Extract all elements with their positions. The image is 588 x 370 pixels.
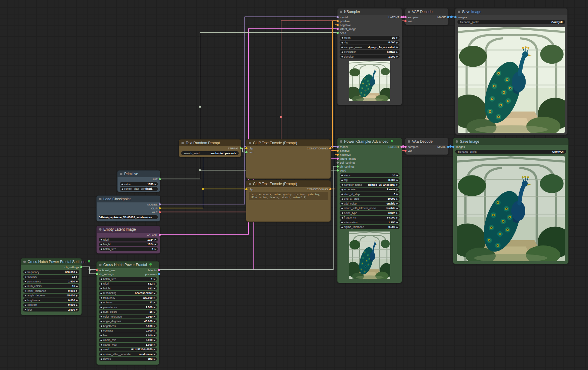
stepper-right-icon[interactable]: ▶ bbox=[155, 247, 156, 251]
input-port-dot[interactable] bbox=[337, 32, 339, 34]
node-empty-latent-image[interactable]: Empty Latent ImageLATENT◀width1024▶◀heig… bbox=[96, 226, 160, 254]
stepper-left-icon[interactable]: ◀ bbox=[341, 225, 343, 229]
port-input-positive[interactable]: positive bbox=[339, 19, 350, 23]
port-input-images[interactable]: images bbox=[457, 15, 467, 19]
port-input-latent_image[interactable]: latent_image bbox=[339, 27, 356, 31]
widget-height[interactable]: ◀height1024▶ bbox=[99, 242, 158, 246]
widget-brightness[interactable]: ◀brightness0.000▶ bbox=[23, 298, 79, 302]
node-header[interactable]: Save Image bbox=[455, 8, 567, 15]
output-port-dot[interactable] bbox=[447, 16, 449, 18]
input-port-dot[interactable] bbox=[404, 146, 407, 148]
collapse-dot[interactable] bbox=[99, 264, 101, 266]
stepper-left-icon[interactable]: ◀ bbox=[121, 187, 123, 191]
stepper-left-icon[interactable]: ◀ bbox=[100, 348, 102, 352]
port-input-model[interactable]: model bbox=[339, 15, 348, 19]
stepper-left-icon[interactable]: ◀ bbox=[341, 206, 343, 210]
stepper-right-icon[interactable]: ▶ bbox=[155, 238, 156, 242]
port-input-negative[interactable]: negative bbox=[339, 153, 351, 156]
node-text-random-prompt[interactable]: Text Random PromptSTRINGsearch_seedencha… bbox=[179, 139, 241, 157]
stepper-left-icon[interactable]: ◀ bbox=[341, 45, 343, 49]
widget-contrast[interactable]: ◀contrast0.000▶ bbox=[99, 329, 157, 333]
node-header[interactable]: Save Image bbox=[453, 138, 568, 145]
widget-angle_degrees[interactable]: ◀angle_degrees45.000▶ bbox=[99, 319, 157, 323]
stepper-right-icon[interactable]: ▶ bbox=[76, 270, 78, 274]
widget-blur[interactable]: ◀blur2.500▶ bbox=[23, 308, 79, 312]
stepper-right-icon[interactable]: ▶ bbox=[397, 50, 398, 54]
collapse-dot[interactable] bbox=[23, 261, 26, 263]
port-output-LATENT[interactable]: LATENT bbox=[388, 145, 400, 148]
stepper-right-icon[interactable]: ▶ bbox=[154, 291, 155, 295]
stepper-left-icon[interactable]: ◀ bbox=[341, 216, 343, 220]
stepper-left-icon[interactable]: ◀ bbox=[121, 182, 123, 186]
stepper-left-icon[interactable]: ◀ bbox=[25, 294, 26, 298]
stepper-left-icon[interactable]: ◀ bbox=[100, 352, 102, 356]
stepper-right-icon[interactable]: ▶ bbox=[154, 310, 155, 314]
widget-width[interactable]: ◀width512▶ bbox=[99, 282, 157, 286]
stepper-right-icon[interactable]: ▶ bbox=[397, 173, 398, 177]
stepper-right-icon[interactable]: ▶ bbox=[154, 277, 155, 281]
stepper-left-icon[interactable]: ◀ bbox=[25, 275, 26, 279]
node-load-checkpoint[interactable]: Load CheckpointMODELCLIPVAE◀ckpt_nameDif… bbox=[96, 195, 160, 222]
widget-attenuation[interactable]: ◀attenuation1.250▶ bbox=[340, 220, 400, 224]
output-port-dot[interactable] bbox=[159, 178, 161, 180]
collapse-dot[interactable] bbox=[408, 11, 410, 13]
widget-steps[interactable]: ◀steps20▶ bbox=[340, 173, 400, 177]
stepper-left-icon[interactable]: ◀ bbox=[341, 202, 343, 205]
output-port-dot[interactable] bbox=[447, 146, 449, 148]
stepper-right-icon[interactable]: ▶ bbox=[154, 296, 155, 300]
stepper-left-icon[interactable]: ◀ bbox=[100, 333, 102, 337]
node-header[interactable]: Empty Latent Image bbox=[97, 226, 160, 233]
input-port-dot[interactable] bbox=[404, 150, 407, 152]
widget-octaves[interactable]: ◀octaves12▶ bbox=[23, 275, 79, 279]
stepper-right-icon[interactable]: ▶ bbox=[397, 55, 398, 58]
stepper-right-icon[interactable]: ▶ bbox=[397, 197, 398, 201]
node-cross-hatch-power-fractal-settings[interactable]: Cross-Hatch Power Fractal Settingsch_set… bbox=[21, 258, 82, 315]
node-header[interactable]: CLIP Text Encode (Prompt) bbox=[246, 140, 331, 146]
stepper-right-icon[interactable]: ▶ bbox=[76, 308, 78, 312]
port-output-IMAGE[interactable]: IMAGE bbox=[437, 145, 447, 148]
node-save-image-2[interactable]: Save Image imagesfilename_prefixComfyUI bbox=[453, 138, 569, 264]
collapse-dot[interactable] bbox=[458, 11, 460, 13]
widget-frequency[interactable]: ◀frequency320.000▶ bbox=[99, 296, 157, 300]
node-header[interactable]: Load Checkpoint bbox=[97, 196, 160, 202]
input-port-dot[interactable] bbox=[337, 154, 339, 156]
stepper-left-icon[interactable]: ◀ bbox=[25, 270, 26, 274]
node-header[interactable]: VAE Decode bbox=[405, 8, 448, 15]
input-port-dot[interactable] bbox=[96, 273, 98, 275]
widget-ckpt_name[interactable]: ◀ckpt_nameDifferentia_Anime_V1-00003_saf… bbox=[99, 215, 158, 219]
port-output-LATENT[interactable]: LATENT bbox=[388, 15, 400, 19]
widget-device[interactable]: ◀devicecpu▶ bbox=[99, 357, 157, 361]
collapse-dot[interactable] bbox=[181, 142, 184, 144]
widget-batch_size[interactable]: ◀batch_size1▶ bbox=[99, 247, 158, 251]
widget-blur[interactable]: ◀blur2.500▶ bbox=[99, 333, 157, 337]
stepper-left-icon[interactable]: ◀ bbox=[100, 301, 102, 305]
port-output-ch_settings[interactable]: ch_settings bbox=[65, 265, 80, 269]
output-port-dot[interactable] bbox=[158, 269, 160, 271]
widget-contrast[interactable]: ◀contrast0.000▶ bbox=[23, 303, 79, 307]
node-header[interactable]: KSampler bbox=[337, 8, 402, 15]
stepper-right-icon[interactable]: ▶ bbox=[154, 333, 155, 337]
stepper-left-icon[interactable]: ◀ bbox=[341, 178, 343, 182]
stepper-left-icon[interactable]: ◀ bbox=[100, 282, 102, 286]
port-input-seed[interactable]: seed bbox=[339, 31, 346, 35]
stepper-right-icon[interactable]: ▶ bbox=[154, 352, 155, 356]
port-output-LATENT[interactable]: LATENT bbox=[147, 233, 158, 236]
stepper-right-icon[interactable]: ▶ bbox=[397, 188, 398, 192]
output-port-dot[interactable] bbox=[159, 203, 161, 205]
stepper-right-icon[interactable]: ▶ bbox=[154, 282, 155, 286]
stepper-left-icon[interactable]: ◀ bbox=[100, 310, 102, 314]
stepper-right-icon[interactable]: ▶ bbox=[154, 329, 155, 333]
output-port-dot[interactable] bbox=[80, 266, 82, 268]
widget-resampling[interactable]: ◀resamplingnearest-exact▶ bbox=[99, 291, 157, 295]
port-output-IMAGE[interactable]: IMAGE bbox=[437, 15, 447, 19]
stepper-left-icon[interactable]: ◀ bbox=[341, 55, 343, 58]
input-port-dot[interactable] bbox=[337, 162, 339, 164]
prompt-textarea[interactable]: text, watermark, noise, grainy, (cartoon… bbox=[249, 192, 328, 200]
stepper-right-icon[interactable]: ▶ bbox=[154, 348, 155, 352]
stepper-left-icon[interactable]: ◀ bbox=[25, 308, 26, 312]
port-output-CONDITIONING[interactable]: CONDITIONING bbox=[307, 188, 329, 191]
widget-start_at_step[interactable]: ◀start_at_step0▶ bbox=[340, 192, 400, 196]
port-input-ch_settings[interactable]: ch_settings bbox=[339, 165, 354, 168]
collapse-dot[interactable] bbox=[99, 228, 101, 231]
widget-persistence[interactable]: ◀persistence1.500▶ bbox=[99, 305, 157, 309]
